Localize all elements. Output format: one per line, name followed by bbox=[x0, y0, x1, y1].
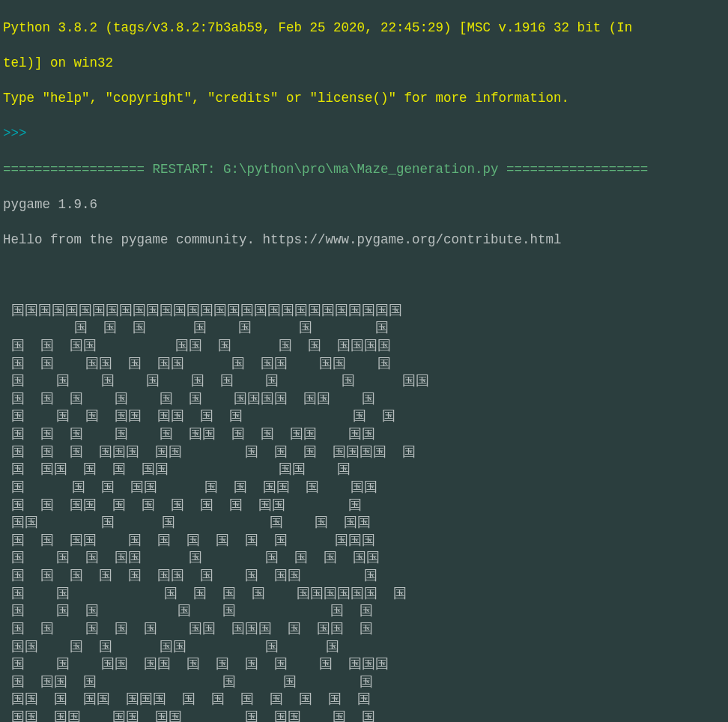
maze-row: 国 国 国国 国国 国 国 国 国国国国 bbox=[3, 338, 725, 356]
maze-row: 国 国 国 国 国 国 国国国国国国 国 bbox=[3, 586, 725, 604]
maze-row: 国 国 国 国 国 国 国 bbox=[3, 603, 725, 621]
prompt-marker-1[interactable]: >>> bbox=[3, 125, 725, 143]
maze-row: 国 国 国国 国 国 国 国 国 国国 国 bbox=[3, 497, 725, 515]
pygame-version: pygame 1.9.6 bbox=[3, 196, 725, 214]
maze-row: 国国国国国国国国国国国国国国国国国国国国国国国国国国国国国 bbox=[3, 303, 725, 321]
maze-row: 国 国 国 国 国 国国 国 国 国国 国国 bbox=[3, 426, 725, 444]
restart-line: ================== RESTART: G:\python\pr… bbox=[3, 161, 725, 179]
maze-row: 国国 国 国国 国国国 国 国 国 国 国 国 国 bbox=[3, 691, 725, 709]
python-version-line2: tel)] on win32 bbox=[3, 55, 725, 73]
python-help-line: Type "help", "copyright", "credits" or "… bbox=[3, 90, 725, 108]
maze-row: 国 国 国 国 国 国 国 bbox=[3, 320, 725, 338]
maze-row: 国 国 国 国国 国 国 国 国 国国 bbox=[3, 550, 725, 568]
maze-row: 国 国 国 国国 国 国 国国 国 国国 bbox=[3, 479, 725, 497]
maze-row: 国 国 国 国国国 国国 国 国 国 国国国国 国 bbox=[3, 444, 725, 462]
maze-row: 国 国 国 国 国 国 国 国 国国 bbox=[3, 373, 725, 391]
maze-row: 国国 国国 国国 国国 国 国国 国 国 bbox=[3, 709, 725, 722]
maze-row: 国国 国 国 国国 国 国 bbox=[3, 639, 725, 657]
maze-row: 国 国 国国 国 国 国 国 国 国 国国国 bbox=[3, 533, 725, 550]
maze-row: 国国 国 国 国 国 国国 bbox=[3, 515, 725, 533]
python-version-line1: Python 3.8.2 (tags/v3.8.2:7b3ab59, Feb 2… bbox=[3, 19, 725, 37]
maze-row: 国 国 国国 国 国国 国 国国 国国 国 bbox=[3, 356, 725, 374]
maze-row: 国 国 国 国 国 国 国国国国 国国 国 bbox=[3, 391, 725, 409]
maze-row: 国 国 国 国 国 国国 国 国 国国 国 bbox=[3, 568, 725, 586]
maze-row: 国 国国 国 国 国 国 bbox=[3, 674, 725, 692]
maze-output: 国国国国国国国国国国国国国国国国国国国国国国国国国国国国国 国 国 国 国 国 … bbox=[3, 303, 725, 722]
pygame-hello: Hello from the pygame community. https:/… bbox=[3, 231, 725, 249]
maze-row: 国 国 国 国 国 国国 国国国 国 国国 国 bbox=[3, 621, 725, 639]
blank-line bbox=[3, 267, 725, 285]
terminal-output: Python 3.8.2 (tags/v3.8.2:7b3ab59, Feb 2… bbox=[0, 0, 728, 722]
maze-row: 国 国 国 国国 国国 国 国 国 国 bbox=[3, 408, 725, 426]
maze-row: 国 国 国国 国国 国 国 国 国 国 国国国 bbox=[3, 656, 725, 674]
maze-row: 国 国国 国 国 国国 国国 国 bbox=[3, 461, 725, 479]
